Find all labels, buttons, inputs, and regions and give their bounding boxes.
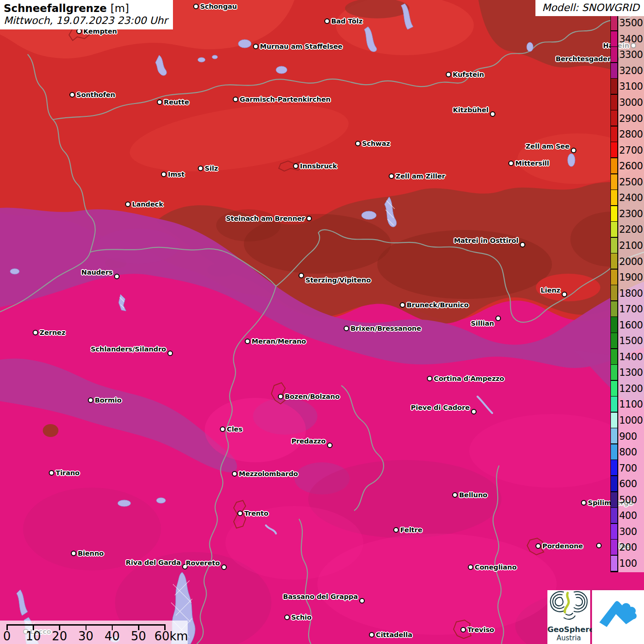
- colorbar-tick-label: 2600: [619, 158, 643, 174]
- city-dot: [520, 242, 525, 247]
- city-label: Predazzo: [291, 437, 326, 445]
- city-dot: [452, 492, 458, 498]
- colorbar-cell: [611, 476, 617, 492]
- colorbar-cell: [611, 79, 617, 94]
- colorbar-tick-label: 1000: [619, 413, 643, 429]
- title-text: Schneefallgrenze: [4, 2, 107, 14]
- colorbar-tick-label: 2200: [619, 222, 643, 238]
- colorbar-tick-label: 3300: [619, 47, 643, 63]
- city-dot: [299, 273, 304, 278]
- city-dot: [359, 598, 365, 604]
- colorbar-tick-label: 900: [619, 428, 637, 444]
- colorbar-tick-label: 2500: [619, 174, 643, 190]
- page-title: Schneefallgrenze [m]: [4, 2, 167, 14]
- colorbar-cell: [611, 270, 617, 285]
- city-dot: [245, 339, 250, 344]
- city-label: Bad Tölz: [331, 17, 362, 25]
- city-dot: [293, 163, 299, 169]
- city-label: Sterzing/Vipiteno: [305, 276, 371, 284]
- city-dot: [278, 394, 283, 399]
- colorbar-cell: [611, 15, 617, 31]
- city-dot: [535, 543, 541, 549]
- city-label: Sillian: [471, 320, 494, 327]
- colorbar-cell: [611, 253, 617, 269]
- colorbar-cell: [611, 524, 617, 540]
- city-label: Belluno: [459, 491, 487, 499]
- city-dot: [253, 44, 259, 49]
- city-dot: [427, 376, 432, 381]
- city-label: Rovereto: [186, 559, 220, 567]
- title-box: Schneefallgrenze [m] Mittwoch, 19.07.202…: [0, 0, 173, 29]
- city-label: Murnau am Staffelsee: [260, 43, 342, 50]
- city-dot: [344, 326, 349, 331]
- colorbar-tick-label: 700: [619, 460, 637, 476]
- city-label: Garmisch-Partenkirchen: [240, 96, 331, 103]
- city-dot: [327, 443, 333, 448]
- city-dot: [284, 615, 290, 620]
- model-label-box: Modell: SNOWGRID: [535, 0, 644, 16]
- city-label: Lienz: [540, 287, 560, 294]
- city-dot: [161, 172, 167, 177]
- colorbar-cell: [611, 381, 617, 397]
- city-dot: [571, 148, 576, 153]
- city-label: Mittersill: [515, 160, 549, 167]
- city-label: Zell am See: [526, 143, 569, 150]
- colorbar-tick-label: 3500: [619, 15, 643, 31]
- city-layer: SchongauBad TölzKemptenMurnau am Staffel…: [0, 0, 644, 644]
- colorbar-cell: [611, 285, 617, 301]
- colorbar-tick-label: 1600: [619, 317, 643, 333]
- title-unit: [m]: [110, 2, 129, 14]
- city-dot: [393, 527, 399, 533]
- city-label: Nauders: [81, 269, 113, 276]
- city-dot: [233, 97, 238, 102]
- city-dot: [495, 316, 501, 321]
- city-dot: [389, 173, 394, 179]
- city-label: Bozen/Bolzano: [285, 393, 339, 400]
- city-label: Matrei in Osttirol: [454, 237, 518, 244]
- colorbar-cell: [611, 397, 617, 412]
- city-label: Schio: [291, 614, 311, 621]
- colorbar-cell: [611, 413, 617, 428]
- colorbar-cell: [611, 428, 617, 444]
- scalebar-label: 10: [26, 629, 41, 643]
- scalebar-label: 50: [131, 629, 146, 643]
- timestamp: Mittwoch, 19.07.2023 23:00 Uhr: [4, 15, 167, 26]
- city-label: Innsbruck: [300, 162, 337, 170]
- colorbar-tick-label: 1300: [619, 365, 643, 381]
- scalebar-label: 20: [52, 629, 67, 643]
- city-label: Kitzbühel: [453, 106, 489, 114]
- colorbar-cell: [611, 206, 617, 222]
- city-dot: [490, 111, 495, 117]
- colorbar-cell: [611, 110, 617, 126]
- colorbar-tick-label: 2700: [619, 142, 643, 158]
- city-label: Zell am Ziller: [396, 172, 445, 180]
- city-label: Cittadella: [376, 631, 412, 638]
- city-dot: [369, 632, 374, 638]
- city-dot: [69, 92, 75, 98]
- geosphere-logo-icon: [547, 590, 590, 624]
- geosphere-logo-name: GeoSphere: [547, 625, 590, 634]
- city-dot: [125, 201, 131, 207]
- city-dot: [193, 4, 199, 9]
- scalebar-label: 30: [78, 629, 93, 643]
- colorbar-cell: [611, 126, 617, 142]
- colorbar-tick-label: 100: [619, 556, 637, 572]
- city-label: Cles: [227, 426, 242, 433]
- colorbar-cell: [611, 238, 617, 253]
- city-label: Trento: [244, 510, 269, 517]
- colorbar-tick-label: 2000: [619, 253, 643, 270]
- colorbar-tick-label: 400: [619, 508, 637, 524]
- city-dot: [220, 426, 225, 432]
- city-dot: [157, 99, 162, 105]
- city-dot: [468, 564, 473, 570]
- colorbar-tick-label: 2300: [619, 206, 643, 222]
- city-dot: [71, 551, 76, 556]
- colorbar-tick-label: 3000: [619, 95, 643, 111]
- colorbar-tick-label: 3400: [619, 31, 643, 47]
- city-dot: [460, 627, 466, 632]
- avalanche-logo-box: [592, 590, 644, 644]
- city-dot: [88, 397, 93, 403]
- city-dot: [198, 166, 203, 171]
- colorbar-cell: [611, 63, 617, 79]
- city-label: Riva del Garda: [126, 559, 181, 566]
